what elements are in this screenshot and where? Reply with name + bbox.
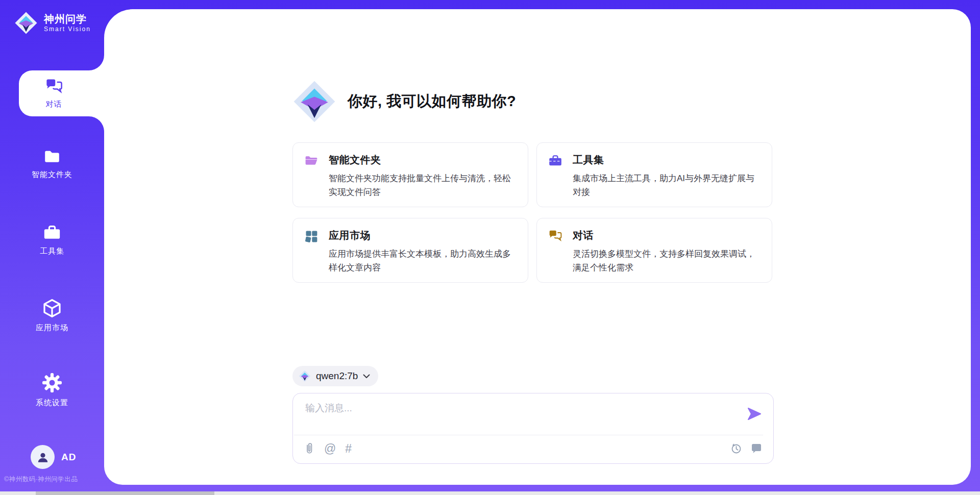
chat-icon <box>45 78 63 96</box>
card-description: 应用市场提供丰富长文本模板，助力高效生成多样化文章内容 <box>329 247 519 275</box>
user-profile[interactable]: AD <box>31 445 76 469</box>
quick-reply-button[interactable] <box>750 442 763 455</box>
card-title: 智能文件夹 <box>329 153 518 167</box>
sidebar-item-app-market[interactable]: 应用市场 <box>0 298 104 333</box>
model-selector-label: qwen2:7b <box>316 370 358 382</box>
brand-logo-icon <box>14 11 38 35</box>
feature-cards: 智能文件夹 智能文件夹功能支持批量文件上传与清洗，轻松实现文件问答 工具集 集成… <box>292 142 772 283</box>
folder-open-icon <box>304 154 318 168</box>
toolbox-icon <box>548 154 562 168</box>
greeting-title: 你好, 我可以如何帮助你? <box>348 91 516 112</box>
brand-text: 神州问学 Smart Vision <box>44 13 91 33</box>
hashtag-icon: # <box>345 443 352 455</box>
send-icon <box>747 407 763 421</box>
brand-diamond-icon <box>299 370 311 382</box>
brand-name: 神州问学 <box>44 13 91 24</box>
send-button[interactable] <box>747 406 763 422</box>
folder-icon <box>43 148 61 165</box>
sidebar-item-settings[interactable]: 系统设置 <box>0 372 104 408</box>
sidebar-item-label: 系统设置 <box>36 398 68 408</box>
active-tab-curve-bottom <box>89 116 104 132</box>
sidebar-item-chat[interactable]: 对话 <box>19 70 104 116</box>
user-avatar-icon <box>36 451 50 464</box>
sidebar-item-label: 对话 <box>46 100 62 109</box>
sidebar-item-label: 应用市场 <box>36 323 68 333</box>
composer-tools-left: @ # <box>304 441 352 456</box>
attachment-icon <box>304 442 315 455</box>
chevron-down-icon <box>363 374 370 379</box>
attach-button[interactable] <box>304 442 315 455</box>
main-panel: 你好, 我可以如何帮助你? 智能文件夹 智能文件夹功能支持批量文件上传与清洗，轻… <box>104 9 971 485</box>
history-icon <box>730 442 742 455</box>
hashtag-button[interactable]: # <box>345 443 352 455</box>
app-root: 你好, 我可以如何帮助你? 智能文件夹 智能文件夹功能支持批量文件上传与清洗，轻… <box>0 0 980 495</box>
sidebar-item-label: 智能文件夹 <box>32 170 72 180</box>
avatar <box>31 445 55 469</box>
sidebar-item-toolset[interactable]: 工具集 <box>0 224 104 256</box>
cube-icon <box>42 298 62 318</box>
card-chat[interactable]: 对话 灵活切换多模型文件，支持多样回复效果调试，满足个性化需求 <box>536 218 772 283</box>
greeting: 你好, 我可以如何帮助你? <box>292 80 516 123</box>
composer-tools-right <box>730 441 763 456</box>
card-title: 应用市场 <box>329 229 518 242</box>
brand-diamond-icon <box>292 80 336 123</box>
card-smart-folder[interactable]: 智能文件夹 智能文件夹功能支持批量文件上传与清洗，轻松实现文件问答 <box>292 142 528 207</box>
horizontal-scrollbar-thumb[interactable] <box>36 491 214 495</box>
app-market-icon <box>304 229 318 243</box>
active-tab-curve-top <box>89 55 104 70</box>
toolbox-icon <box>42 224 62 242</box>
composer-divider <box>294 435 763 435</box>
card-description: 集成市场上主流工具，助力AI与外界无缝扩展与对接 <box>573 171 763 199</box>
gear-icon <box>41 372 63 393</box>
horizontal-scrollbar[interactable] <box>0 491 980 495</box>
user-name: AD <box>61 452 76 463</box>
message-input[interactable] <box>304 401 740 432</box>
model-selector[interactable]: qwen2:7b <box>292 366 378 386</box>
copyright-text: ©神州数码·神州问学出品 <box>4 475 78 484</box>
sidebar-item-label: 工具集 <box>40 246 64 256</box>
brand: 神州问学 Smart Vision <box>14 11 91 35</box>
card-title: 对话 <box>573 229 762 242</box>
history-button[interactable] <box>730 442 742 455</box>
message-composer: @ # <box>292 393 774 464</box>
card-toolset[interactable]: 工具集 集成市场上主流工具，助力AI与外界无缝扩展与对接 <box>536 142 772 207</box>
card-description: 灵活切换多模型文件，支持多样回复效果调试，满足个性化需求 <box>573 247 763 275</box>
card-app-market[interactable]: 应用市场 应用市场提供丰富长文本模板，助力高效生成多样化文章内容 <box>292 218 528 283</box>
brand-subtitle: Smart Vision <box>44 26 91 33</box>
mention-icon: @ <box>324 443 336 455</box>
chat-icon <box>548 229 562 243</box>
mention-button[interactable]: @ <box>324 443 336 455</box>
sidebar-item-smart-folder[interactable]: 智能文件夹 <box>0 148 104 180</box>
card-title: 工具集 <box>573 153 762 167</box>
quick-reply-icon <box>750 442 763 455</box>
card-description: 智能文件夹功能支持批量文件上传与清洗，轻松实现文件问答 <box>329 171 519 199</box>
